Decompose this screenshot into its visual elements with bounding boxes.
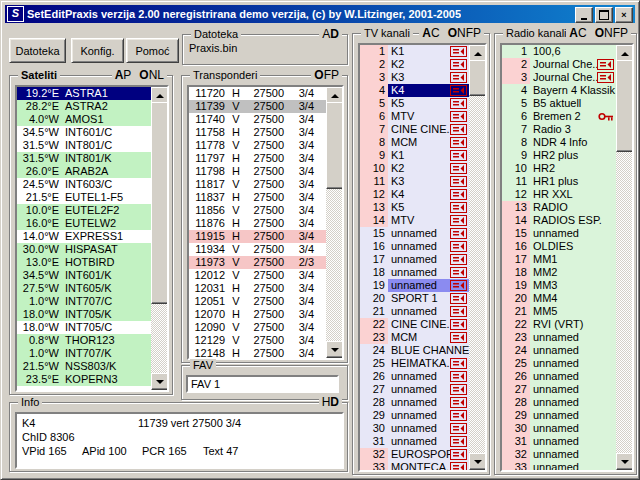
radio-channel-row[interactable]: 11HR1 plus xyxy=(502,175,616,188)
radio-channel-row[interactable]: 31unnamed xyxy=(502,435,616,448)
tv-channel-row[interactable]: 24BLUE CHANNEL xyxy=(360,344,469,357)
tv-channel-row[interactable]: 10K2 xyxy=(360,162,469,175)
datoteka-button[interactable]: Datoteka xyxy=(9,38,66,63)
tv-channel-row[interactable]: 6MTV xyxy=(360,110,469,123)
tv-channel-row[interactable]: 29unnamed xyxy=(360,409,469,422)
radio-channel-row[interactable]: 10HR2 xyxy=(502,162,616,175)
satellite-row[interactable]: 31.5°WINT801/K xyxy=(17,152,151,165)
transponder-row[interactable]: 11720H275003/4 xyxy=(189,87,326,100)
radio-channel-row[interactable]: 14RADIOS ESP. xyxy=(502,214,616,227)
tv-channel-row[interactable]: 9K1 xyxy=(360,149,469,162)
radio-channel-row[interactable]: 17MM1 xyxy=(502,253,616,266)
radio-channel-row[interactable]: 3Journal Che... xyxy=(502,71,616,84)
tv-channel-row[interactable]: 1K1 xyxy=(360,45,469,58)
radio-channel-row[interactable]: 5B5 aktuell xyxy=(502,97,616,110)
satellite-row[interactable]: 21.5°EEUTEL1-F5 xyxy=(17,191,151,204)
tv-channel-row[interactable]: 25HEIMATKA... xyxy=(360,357,469,370)
vertical-scrollbar[interactable] xyxy=(616,45,632,470)
satellite-row[interactable]: 18.0°WINT705/C xyxy=(17,321,151,334)
tv-channel-list[interactable]: 1K12K23K34K45K56MTV7CINE CINE...8MCM9K11… xyxy=(358,43,487,472)
tv-channel-row[interactable]: 19unnamed xyxy=(360,279,469,292)
transponder-row[interactable]: 11876H275003/4 xyxy=(189,217,326,230)
satellite-row[interactable]: 21.5°WNSS803/K xyxy=(17,360,151,373)
scroll-down-button[interactable] xyxy=(469,453,487,470)
radio-channel-row[interactable]: 9HR2 plus xyxy=(502,149,616,162)
satellite-row[interactable]: 16.0°EEUTELW2 xyxy=(17,217,151,230)
transponder-row[interactable]: 12129V275003/4 xyxy=(189,334,326,347)
satellite-row[interactable]: 18.0°WINT705/K xyxy=(17,308,151,321)
satellite-row[interactable]: 1.0°WINT707/C xyxy=(17,295,151,308)
scroll-down-button[interactable] xyxy=(151,373,169,390)
transponder-row[interactable]: 11973V275002/3 xyxy=(189,256,326,269)
satellite-row[interactable]: 14.0°WEXPRESS1 xyxy=(17,230,151,243)
tv-channel-row[interactable]: 13K5 xyxy=(360,201,469,214)
scrollbar-thumb[interactable] xyxy=(616,60,634,152)
tv-channel-row[interactable]: 3K3 xyxy=(360,71,469,84)
transponder-row[interactable]: 11758H275003/4 xyxy=(189,126,326,139)
vertical-scrollbar[interactable] xyxy=(469,45,485,470)
tv-channel-row[interactable]: 4K4 xyxy=(360,84,469,97)
satellite-row[interactable]: 19.2°EASTRA1 xyxy=(17,87,151,100)
tv-channel-row[interactable]: 14MTV xyxy=(360,214,469,227)
transponder-row[interactable]: 11740V275003/4 xyxy=(189,113,326,126)
radio-channel-row[interactable]: 22RVI (VRT) xyxy=(502,318,616,331)
tv-channel-row[interactable]: 23MCM xyxy=(360,331,469,344)
satellite-row[interactable]: 31.5°WINT801/C xyxy=(17,139,151,152)
vertical-scrollbar[interactable] xyxy=(326,87,342,358)
vertical-scrollbar[interactable] xyxy=(151,87,167,390)
tv-channel-row[interactable]: 7CINE CINE... xyxy=(360,123,469,136)
tv-channel-row[interactable]: 21unnamed xyxy=(360,305,469,318)
radio-channel-row[interactable]: 20MM4 xyxy=(502,292,616,305)
tv-channel-row[interactable]: 2K2 xyxy=(360,58,469,71)
transponder-row[interactable]: 12031H275003/4 xyxy=(189,282,326,295)
radio-channel-row[interactable]: 15unnamed xyxy=(502,227,616,240)
radio-channel-row[interactable]: 24unnamed xyxy=(502,344,616,357)
scrollbar-thumb[interactable] xyxy=(151,102,169,304)
radio-channel-row[interactable]: 16OLDIES xyxy=(502,240,616,253)
satellite-row[interactable]: 30.0°WHISPASAT xyxy=(17,243,151,256)
transponder-row[interactable]: 11915H275003/4 xyxy=(189,230,326,243)
tv-channel-row[interactable]: 31unnamed xyxy=(360,435,469,448)
scrollbar-thumb[interactable] xyxy=(469,60,487,96)
transponder-list[interactable]: 11720H275003/411739V275003/411740V275003… xyxy=(187,85,344,360)
tv-channel-row[interactable]: 11K3 xyxy=(360,175,469,188)
radio-channel-row[interactable]: 6Bremen 2 xyxy=(502,110,616,123)
tv-channel-row[interactable]: 8MCM xyxy=(360,136,469,149)
radio-channel-row[interactable]: 30unnamed xyxy=(502,422,616,435)
transponder-row[interactable]: 12090V275003/4 xyxy=(189,321,326,334)
satellite-row[interactable]: 24.5°WINT603/C xyxy=(17,178,151,191)
radio-channel-row[interactable]: 4Bayern 4 Klassik xyxy=(502,84,616,97)
tv-channel-row[interactable]: 27unnamed xyxy=(360,383,469,396)
radio-channel-row[interactable]: 32unnamed xyxy=(502,448,616,461)
tv-channel-row[interactable]: 30unnamed xyxy=(360,422,469,435)
tv-channel-row[interactable]: 18unnamed xyxy=(360,266,469,279)
tv-channel-row[interactable]: 15unnamed xyxy=(360,227,469,240)
satellite-row[interactable]: 1.0°WINT707/K xyxy=(17,347,151,360)
tv-channel-row[interactable]: 16unnamed xyxy=(360,240,469,253)
satellite-row[interactable]: 0.8°WTHOR123 xyxy=(17,334,151,347)
satellite-row[interactable]: 23.5°EKOPERN3 xyxy=(17,373,151,386)
tv-channel-row[interactable]: 33MONTECA... xyxy=(360,461,469,470)
transponder-row[interactable]: 11934V275003/4 xyxy=(189,243,326,256)
tv-channel-row[interactable]: 32EUROSPORT xyxy=(360,448,469,461)
satellite-row[interactable]: 4.0°WAMOS1 xyxy=(17,113,151,126)
transponder-row[interactable]: 11817V275003/4 xyxy=(189,178,326,191)
radio-channel-row[interactable]: 21MM5 xyxy=(502,305,616,318)
radio-channel-row[interactable]: 33unnamed xyxy=(502,461,616,470)
transponder-row[interactable]: 11797H275003/4 xyxy=(189,152,326,165)
transponder-row[interactable]: 11837H275003/4 xyxy=(189,191,326,204)
title-bar[interactable]: S SetEditPraxis verzija 2.00 neregistrir… xyxy=(5,5,635,23)
maximize-button[interactable] xyxy=(595,7,613,23)
close-button[interactable]: × xyxy=(615,7,633,23)
fav-input[interactable] xyxy=(186,375,339,393)
radio-channel-row[interactable]: 18MM2 xyxy=(502,266,616,279)
transponder-row[interactable]: 11856V275003/4 xyxy=(189,204,326,217)
radio-channel-row[interactable]: 1100,6 xyxy=(502,45,616,58)
radio-channel-row[interactable]: 19MM3 xyxy=(502,279,616,292)
tv-channel-row[interactable]: 12K4 xyxy=(360,188,469,201)
pomoc-button[interactable]: Pomoć xyxy=(126,38,179,63)
radio-channel-row[interactable]: 7Radio 3 xyxy=(502,123,616,136)
scrollbar-thumb[interactable] xyxy=(326,102,344,189)
tv-channel-row[interactable]: 26unnamed xyxy=(360,370,469,383)
satellite-row[interactable]: 34.5°WINT601/K xyxy=(17,269,151,282)
